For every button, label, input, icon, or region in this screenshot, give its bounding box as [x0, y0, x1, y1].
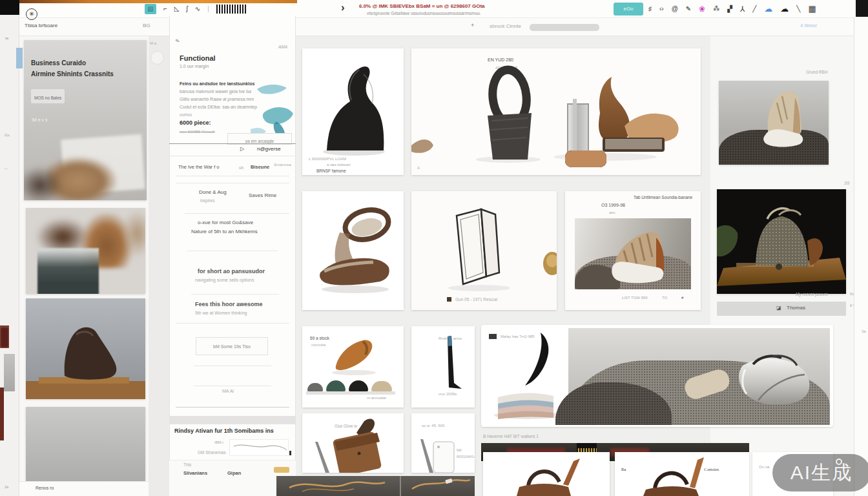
- watermark-label: AI生成: [790, 460, 852, 486]
- cloud-dark-icon[interactable]: ☁: [780, 4, 789, 14]
- rail-item-mid[interactable]: Cu: [5, 133, 10, 138]
- photo-card-pottery[interactable]: [26, 208, 145, 294]
- line-tool-icon[interactable]: ╲: [796, 4, 800, 14]
- row2-col1[interactable]: Done & Aug: [199, 190, 227, 196]
- detail-divider-a: [169, 156, 296, 156]
- far-right-note: 3a: [862, 329, 866, 334]
- detail-para-line4: Codul et ecta DElba: sas-an deamnlep: [180, 105, 257, 110]
- code-icon[interactable]: ‹›: [659, 4, 664, 14]
- divider-box1: [194, 366, 271, 366]
- search-input[interactable]: [530, 24, 599, 31]
- card-g-caption: mur 2009s: [439, 392, 457, 397]
- card-d-caption-swatch: [447, 297, 451, 302]
- featured-title-line2: Airmine Shinints Crassnits: [31, 70, 114, 78]
- swatch-icon[interactable]: ▧: [145, 4, 156, 14]
- items-count-label[interactable]: 4 itimor: [800, 23, 817, 29]
- featured-more-label[interactable]: IM e v s: [32, 118, 48, 123]
- gallery-card-white-box[interactable]: Gun 05 - 1971 Rescue: [411, 191, 557, 310]
- gallery-card-wide-knit[interactable]: Malay has 7m2-985: [481, 325, 833, 427]
- person-icon[interactable]: ⅄: [740, 4, 745, 14]
- right-sneaker-illustration: [719, 81, 829, 165]
- play-arrow-icon[interactable]: ›: [341, 2, 345, 14]
- photo-card-boot[interactable]: [26, 298, 145, 399]
- gallery-card-phone[interactable]: so w. 45. 900 Mil 6001064149: [411, 413, 475, 473]
- gallery-card-blade[interactable]: Rmkht - anne mur 2009s: [411, 326, 475, 408]
- right-card-mesh-bag[interactable]: [717, 189, 846, 294]
- white-box-illustration: [411, 191, 557, 310]
- stamp-icon[interactable]: ▞: [727, 4, 732, 14]
- card-h-silver-bag: [568, 328, 830, 425]
- detail-footer-label[interactable]: n@gverse: [257, 147, 281, 152]
- pen-tool-icon[interactable]: ⌐: [163, 4, 167, 14]
- rail-book-spine: [0, 326, 9, 348]
- card-e-head1: O3 1999-98: [601, 203, 625, 208]
- cloud-sync-icon[interactable]: ☁: [764, 4, 772, 14]
- search-hint: sbrock Clnnte: [490, 24, 521, 30]
- at-icon[interactable]: @: [672, 4, 678, 14]
- detail-title: Functional: [180, 54, 216, 62]
- detail-yellow-badge: [274, 467, 289, 473]
- detail-footer-arrow[interactable]: ▷: [240, 147, 244, 152]
- grid-icon[interactable]: ▦: [808, 4, 816, 14]
- shape-tool-icon[interactable]: ◺: [174, 4, 180, 14]
- row3-line2: Nature of 5th to an Mkhkems: [191, 229, 258, 235]
- app-logo[interactable]: ✳: [26, 8, 37, 20]
- detail-section-sub1: IBM r: [214, 440, 223, 445]
- card-j-note2: 6001064149: [457, 455, 475, 459]
- toolbar-status-line2: vtsrspruvote Gdsellave ussuruduonsuuoouu…: [367, 11, 481, 16]
- gallery-card-black-heel[interactable]: L 6000000PVL LOAM a tats bebeart BRNSF f…: [302, 48, 404, 175]
- gallery-card-wallet[interactable]: Gsa Glow w: [302, 413, 404, 473]
- hash-icon[interactable]: ♯: [648, 4, 652, 14]
- detail-count-note: tssn 600855 Nivisulil: [180, 130, 215, 134]
- photo-card-gray[interactable]: [26, 407, 145, 481]
- card-j-note1: Mil: [457, 448, 462, 453]
- right-thomas-bar[interactable]: ◪ Thomas: [717, 302, 846, 316]
- curve-tool-icon[interactable]: ∿: [195, 4, 200, 14]
- card-b-corner: A: [417, 166, 420, 170]
- divider-icon: |: [207, 4, 209, 14]
- card-e-sneaker: [575, 218, 691, 289]
- swatch-gray[interactable]: [307, 383, 323, 391]
- app-window: ▧ ⌐ ◺ ʃ ∿ | › 6.0% @ IMK SBIEVEbx BSaM =…: [0, 0, 868, 496]
- row3-line1: o-xue for most Go&save: [198, 220, 253, 226]
- flower-icon[interactable]: ❀: [699, 4, 705, 14]
- featured-badge-label: MOS no Bates: [34, 96, 61, 100]
- divider-r1a: [176, 176, 289, 176]
- rail-item-top[interactable]: ta: [5, 36, 8, 41]
- gold-wire-photo[interactable]: [276, 476, 475, 496]
- gallery-card-swatches[interactable]: 69 a stock microtite m-annualar: [302, 326, 404, 408]
- run-button[interactable]: eGo: [614, 3, 643, 16]
- detail-box-button[interactable]: bM Some 19s Tiso: [196, 337, 268, 355]
- gallery-card-bag-camden[interactable]: Ba Camden: [615, 452, 749, 496]
- gallery-card-bag-1[interactable]: [483, 452, 610, 496]
- far-right-strip: [854, 17, 868, 496]
- right-card-sneaker[interactable]: [719, 81, 829, 165]
- detail-bottom-item1[interactable]: Silvanians: [183, 471, 207, 476]
- pen-icon[interactable]: ╱: [752, 4, 756, 14]
- swatch-shelf: [306, 391, 395, 395]
- gap-avatar[interactable]: [150, 51, 164, 65]
- featured-badge[interactable]: MOS no Bates: [31, 89, 65, 103]
- gallery-card-sneaker-rock[interactable]: Tab Untilmean Soundia-banane O3 1999-98 …: [565, 191, 701, 310]
- feather-icon[interactable]: ✎: [686, 4, 691, 14]
- row2-col2[interactable]: Saves Rime: [249, 193, 276, 199]
- left-panel-blue-tab[interactable]: [16, 48, 23, 68]
- featured-card[interactable]: Business Curaido Airmine Shinints Crassn…: [24, 40, 147, 200]
- type-tool-icon[interactable]: ʃ: [187, 4, 188, 14]
- header-plus-icon[interactable]: +: [471, 23, 474, 29]
- card-h-black-shoe: [481, 325, 568, 427]
- barcode-icon: [216, 5, 246, 14]
- card-a-caption1: L 6000000PVL LOAM: [309, 157, 346, 161]
- detail-bottom-item2[interactable]: Gipan: [227, 471, 241, 476]
- still-life-illustration: [411, 48, 701, 175]
- left-footer-label[interactable]: Renos ro: [36, 486, 54, 491]
- detail-signature-box[interactable]: [229, 439, 289, 456]
- gallery-card-sandal[interactable]: [302, 191, 404, 310]
- thomas-bar-label: Thomas: [787, 305, 805, 311]
- toolbar-left-icons: ▧ ⌐ ◺ ʃ ∿ |: [145, 4, 246, 14]
- detail-chip-label: ya em arcaggle: [245, 139, 274, 143]
- detail-para-line1: Feins ou andsdoe tee lanstsunklos: [180, 81, 254, 87]
- gallery-card-still-life[interactable]: EN YUD 280 AEN (NNNIT: [411, 48, 701, 175]
- gap-note: M a: [150, 41, 156, 46]
- asterisk-icon[interactable]: ⁂: [713, 4, 719, 14]
